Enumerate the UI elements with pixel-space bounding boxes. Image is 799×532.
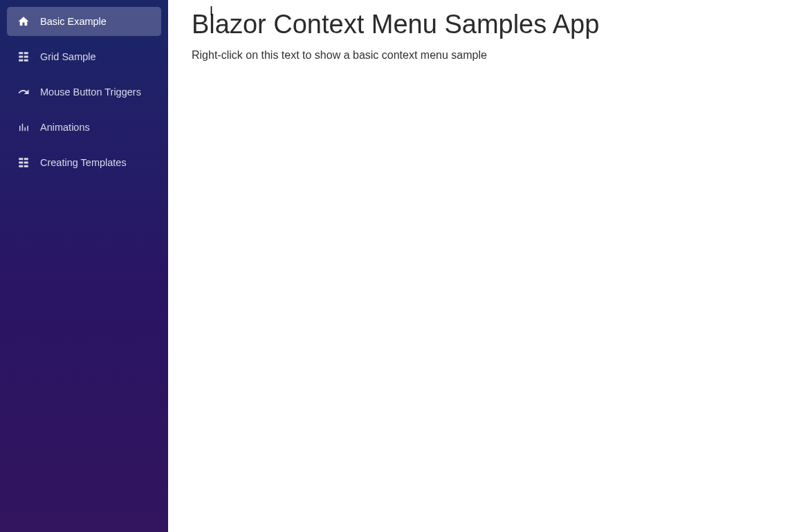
sidebar-item-grid-sample[interactable]: Grid Sample — [7, 42, 161, 71]
sidebar-item-label: Animations — [40, 122, 90, 133]
sidebar-item-label: Creating Templates — [40, 157, 127, 168]
sidebar-item-animations[interactable]: Animations — [7, 113, 161, 142]
grid-icon — [17, 50, 30, 64]
home-icon — [17, 15, 30, 28]
redo-icon — [17, 85, 30, 99]
sidebar-item-label: Grid Sample — [40, 51, 96, 62]
page-title: Blazor Context Menu Samples App — [192, 10, 775, 39]
sidebar-item-mouse-button-triggers[interactable]: Mouse Button Triggers — [7, 77, 161, 107]
context-menu-trigger-text[interactable]: Right-click on this text to show a basic… — [192, 49, 775, 62]
sidebar-item-basic-example[interactable]: Basic Example — [7, 7, 161, 36]
main-content: Blazor Context Menu Samples App Right-cl… — [168, 0, 799, 532]
bars-icon — [17, 120, 30, 134]
template-icon — [17, 156, 30, 169]
sidebar-item-label: Basic Example — [40, 16, 107, 27]
sidebar-item-creating-templates[interactable]: Creating Templates — [7, 148, 161, 177]
sidebar: Basic Example Grid Sample Mouse Button T… — [0, 0, 168, 532]
sidebar-item-label: Mouse Button Triggers — [40, 86, 141, 98]
